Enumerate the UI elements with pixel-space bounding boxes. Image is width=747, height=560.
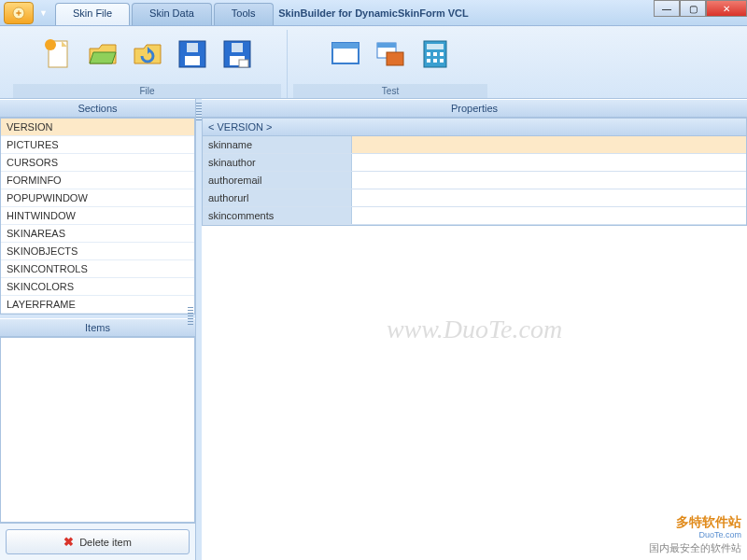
ribbon-group-file: File (7, 30, 288, 98)
window-controls: — ▢ ✕ (654, 0, 747, 17)
delete-item-button[interactable]: ✖ Delete item (6, 529, 190, 554)
calculator-icon (418, 37, 452, 71)
tab-skin-data[interactable]: Skin Data (132, 3, 212, 25)
svg-rect-15 (377, 43, 396, 48)
new-file-button[interactable] (38, 32, 78, 77)
svg-rect-13 (332, 43, 359, 49)
app-icon (11, 6, 26, 21)
property-row[interactable]: skinname (203, 136, 746, 154)
windows-cascade-icon (374, 37, 407, 71)
test-window-button[interactable] (326, 32, 365, 77)
property-group-header: < VERSION > (203, 119, 746, 136)
property-row[interactable]: skincomments (203, 207, 746, 225)
section-item[interactable]: LAYERFRAME (1, 296, 194, 314)
close-button[interactable]: ✕ (706, 0, 747, 17)
window-title: SkinBuilder for DynamicSkinForm VCL (278, 7, 469, 19)
folder-refresh-icon (131, 37, 164, 71)
property-value[interactable] (352, 172, 746, 189)
section-item[interactable]: FORMINFO (1, 172, 194, 189)
property-row[interactable]: authoremail (203, 172, 746, 189)
corner-brand: 多特软件站 (649, 513, 741, 530)
new-file-icon (41, 37, 75, 71)
save-button[interactable] (173, 32, 212, 77)
refresh-folder-button[interactable] (128, 32, 167, 77)
window-icon (329, 37, 362, 71)
app-menu-button[interactable] (4, 2, 34, 24)
svg-rect-16 (387, 52, 403, 65)
svg-rect-20 (433, 52, 437, 56)
section-item[interactable]: HINTWINDOW (1, 207, 194, 225)
folder-open-icon (86, 37, 120, 71)
ribbon-group-test-label: Test (293, 84, 487, 98)
open-folder-button[interactable] (83, 32, 122, 77)
section-item[interactable]: SKINOBJECTS (1, 243, 194, 260)
property-name: skincomments (203, 207, 352, 224)
ribbon: File Test (0, 26, 747, 99)
test-windows-button[interactable] (371, 32, 410, 77)
section-item[interactable]: POPUPWINDOW (1, 189, 194, 207)
titlebar: ▼ Skin File Skin Data Tools SkinBuilder … (0, 0, 747, 26)
corner-logo: 多特软件站 DuoTe.com 国内最安全的软件站 (649, 513, 741, 554)
horizontal-splitter[interactable] (0, 315, 195, 318)
watermark-text: www.DuoTe.com (387, 315, 562, 344)
app-menu-dropdown-icon[interactable]: ▼ (39, 8, 48, 18)
property-value[interactable] (352, 189, 746, 206)
property-name: skinname (203, 136, 352, 153)
tab-skin-file[interactable]: Skin File (55, 3, 130, 25)
svg-rect-6 (185, 56, 200, 65)
section-item[interactable]: SKINCONTROLS (1, 260, 194, 278)
left-pane: Sections VERSION PICTURES CURSORS FORMIN… (0, 99, 196, 560)
svg-rect-19 (427, 52, 430, 56)
sections-header: Sections (0, 99, 195, 118)
property-name: skinauthor (203, 154, 352, 171)
ribbon-tabs: Skin File Skin Data Tools (55, 3, 275, 25)
property-value[interactable] (352, 154, 746, 171)
workspace: Sections VERSION PICTURES CURSORS FORMIN… (0, 99, 747, 560)
right-pane: Properties < VERSION > skinname skinauth… (202, 99, 747, 560)
svg-rect-24 (440, 59, 444, 63)
svg-rect-23 (433, 59, 437, 63)
property-name: authoremail (203, 172, 352, 189)
delete-x-icon: ✖ (63, 535, 74, 549)
property-row[interactable]: skinauthor (203, 154, 746, 172)
delete-bar: ✖ Delete item (0, 523, 195, 560)
section-item[interactable]: SKINAREAS (1, 225, 194, 243)
delete-item-label: Delete item (79, 537, 132, 548)
property-value[interactable] (352, 207, 746, 224)
ribbon-group-file-label: File (13, 84, 281, 98)
property-value[interactable] (352, 136, 746, 153)
svg-rect-10 (232, 43, 243, 52)
corner-tagline: 国内最安全的软件站 (649, 541, 741, 554)
property-row[interactable]: authorurl (203, 189, 746, 207)
tab-tools[interactable]: Tools (214, 3, 274, 25)
section-item[interactable]: CURSORS (1, 154, 194, 172)
property-grid[interactable]: < VERSION > skinname skinauthor authorem… (202, 118, 747, 226)
ribbon-group-test: Test (288, 30, 493, 98)
minimize-button[interactable]: — (654, 0, 680, 17)
test-calculator-button[interactable] (416, 32, 455, 77)
section-item[interactable]: SKINCOLORS (1, 278, 194, 296)
save-as-button[interactable] (218, 32, 257, 77)
section-item[interactable]: PICTURES (1, 136, 194, 154)
properties-header: Properties (202, 99, 747, 118)
corner-sub: DuoTe.com (649, 530, 741, 541)
maximize-button[interactable]: ▢ (680, 0, 706, 17)
svg-rect-22 (427, 59, 430, 63)
svg-rect-11 (239, 60, 248, 67)
sections-list[interactable]: VERSION PICTURES CURSORS FORMINFO POPUPW… (0, 118, 195, 315)
items-header: Items (0, 318, 195, 337)
save-as-icon (220, 37, 254, 71)
svg-rect-7 (187, 43, 198, 52)
svg-point-3 (45, 39, 56, 50)
section-item[interactable]: VERSION (1, 119, 194, 136)
svg-rect-21 (440, 52, 444, 56)
items-list[interactable] (0, 337, 195, 523)
save-icon (176, 37, 209, 71)
svg-rect-18 (427, 44, 444, 49)
property-name: authorurl (203, 189, 352, 206)
